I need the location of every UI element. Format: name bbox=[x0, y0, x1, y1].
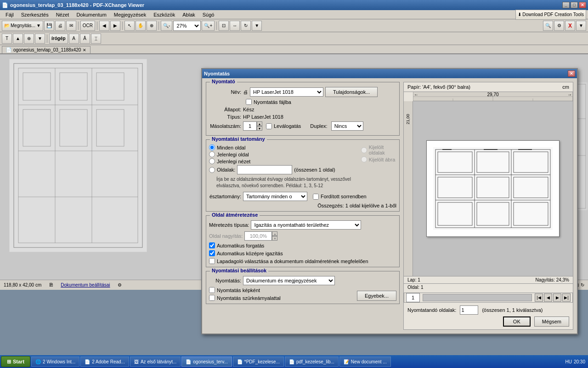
settings-label[interactable]: Dokumentum beállításai bbox=[61, 282, 110, 288]
toolbar-right-btn3[interactable]: X bbox=[565, 21, 575, 31]
rotate-cw-icon[interactable]: ↻ bbox=[581, 282, 584, 288]
next-page-btn[interactable]: ▶ bbox=[553, 293, 561, 302]
print-as-image-check[interactable] bbox=[209, 287, 215, 293]
page-info-bar: Lap: 1 Nagyítás: 24,3% bbox=[404, 276, 573, 283]
download-pdf-btn[interactable]: ⬇ Download PDF Creation Tools bbox=[515, 10, 586, 20]
hand-tool-btn[interactable]: ✋ bbox=[136, 21, 146, 31]
menu-document[interactable]: Dokumentum bbox=[73, 11, 110, 18]
print-btn[interactable]: 🖨 bbox=[55, 21, 65, 31]
zoom-info-value: 24,3% bbox=[556, 277, 569, 282]
properties-btn[interactable]: Tulajdonságok... bbox=[325, 87, 378, 97]
zoom-out-btn[interactable]: 🔍- bbox=[161, 21, 172, 31]
taskbar-item-5[interactable]: 📄 pdf_kezelese_lib... bbox=[285, 356, 339, 367]
zoom-in-btn[interactable]: 🔍+ bbox=[202, 21, 215, 31]
cancel-btn[interactable]: Mégsem bbox=[534, 316, 569, 327]
current-view-radio[interactable] bbox=[209, 158, 215, 164]
print-content-select[interactable]: Dokumentum és megjegyzések bbox=[243, 276, 335, 285]
pages-radio[interactable] bbox=[209, 167, 215, 173]
pages-input[interactable] bbox=[237, 165, 292, 174]
zoom-select[interactable]: 27% bbox=[173, 21, 201, 31]
pdf-tab[interactable]: 📄 ogonesius_tervlap_03_1188x420 ✕ bbox=[2, 46, 90, 53]
current-page-radio[interactable] bbox=[209, 151, 215, 157]
taskbar-item-3[interactable]: 📄 ogonesius_terv... bbox=[181, 356, 232, 367]
stamp-btn[interactable]: ⊕ bbox=[24, 34, 34, 44]
menu-help[interactable]: Súgó bbox=[199, 11, 218, 18]
copies-down-btn[interactable]: ▼ bbox=[257, 126, 262, 131]
print-to-file-check[interactable] bbox=[246, 99, 252, 105]
annot-more-btn[interactable]: ▼ bbox=[35, 34, 45, 44]
preview-scrollbar[interactable] bbox=[423, 294, 532, 301]
svg-rect-36 bbox=[438, 177, 472, 198]
menu-view[interactable]: Nézet bbox=[52, 11, 73, 18]
fit-width-btn[interactable]: ↔ bbox=[230, 21, 240, 31]
annotation-tool-btn[interactable]: T bbox=[2, 34, 12, 44]
more-tools-btn[interactable]: ▼ bbox=[252, 21, 262, 31]
start-button[interactable]: ⊞ Start bbox=[1, 356, 30, 367]
maximize-btn[interactable]: □ bbox=[571, 2, 578, 8]
taskbar-item-0[interactable]: 🌐 2 Windows Int... bbox=[31, 356, 79, 367]
taskbar-item-1[interactable]: 📄 2 Adobe Read... bbox=[80, 356, 129, 367]
settings-icon: ⚙ bbox=[118, 282, 122, 288]
close-btn[interactable]: ✕ bbox=[579, 2, 586, 8]
selected-img-radio[interactable] bbox=[361, 156, 367, 162]
page-shrink-check[interactable] bbox=[209, 258, 215, 264]
auto-rotate-check[interactable] bbox=[209, 242, 215, 248]
toolbar-right-btn1[interactable]: 🔍 bbox=[543, 21, 553, 31]
ocr-btn[interactable]: OCR bbox=[80, 21, 95, 31]
tab-close-btn[interactable]: ✕ bbox=[83, 48, 86, 52]
text2-btn[interactable]: Ā bbox=[80, 34, 90, 44]
callout-btn[interactable]: ⌶ bbox=[91, 34, 101, 44]
highlighter-btn[interactable]: ▲ bbox=[13, 34, 23, 44]
open-btn[interactable]: 📂 Megnyitás... ▼ bbox=[2, 21, 43, 31]
taskbar-item-6[interactable]: 📝 New document ... bbox=[339, 356, 391, 367]
svg-rect-0 bbox=[9, 59, 147, 252]
printer-name-select[interactable]: HP LaserJet 1018 bbox=[250, 87, 323, 97]
svg-rect-37 bbox=[477, 177, 509, 198]
copies-input[interactable] bbox=[243, 121, 257, 131]
selected-pages-radio[interactable] bbox=[361, 147, 367, 153]
menu-comments[interactable]: Megjegyzések bbox=[110, 11, 150, 18]
rotate-btn[interactable]: ↻ bbox=[241, 21, 251, 31]
marquee-zoom-btn[interactable]: ⊕ bbox=[147, 21, 157, 31]
menu-tools[interactable]: Eszközök bbox=[150, 11, 179, 18]
copies-spinner[interactable]: ▲ ▼ bbox=[243, 121, 262, 131]
svg-rect-41 bbox=[514, 202, 548, 225]
dialog-close-btn[interactable]: ✕ bbox=[568, 70, 575, 77]
reverse-check[interactable] bbox=[313, 194, 319, 200]
menu-window[interactable]: Ablak bbox=[179, 11, 199, 18]
grayscale-check[interactable] bbox=[209, 295, 215, 301]
collate-check[interactable] bbox=[266, 123, 272, 129]
email-btn[interactable]: ✉ bbox=[66, 21, 76, 31]
taskbar-item-4[interactable]: 📄 *PDF_kezelese... bbox=[233, 356, 284, 367]
other-settings-btn[interactable]: Egyebek... bbox=[357, 291, 396, 301]
toolbar-right-btn2[interactable]: ⚙ bbox=[554, 21, 564, 31]
irogram-btn[interactable]: írógép bbox=[49, 34, 68, 44]
callout-icon: ⌶ bbox=[95, 36, 97, 41]
taskbar-item-2[interactable]: 🖼 Az első látványt... bbox=[130, 356, 181, 367]
toolbar-main: 📂 Megnyitás... ▼ 💾 🖨 ✉ OCR ◀ ▶ ↖ ✋ ⊕ 🔍- … bbox=[0, 19, 588, 32]
text-icon: A bbox=[72, 36, 75, 41]
menu-edit[interactable]: Szerkesztés bbox=[17, 11, 52, 18]
ok-btn[interactable]: OK bbox=[503, 316, 531, 327]
scaling-type-select[interactable]: Igazítás a nyomtatható területhez bbox=[251, 220, 361, 230]
last-page-btn[interactable]: ▶| bbox=[562, 293, 571, 302]
save-btn[interactable]: 💾 bbox=[44, 21, 54, 31]
pages-to-print-input[interactable] bbox=[460, 305, 478, 315]
print-dialog[interactable]: Nyomtatás ✕ Nyomtató Név: 🖨 HP LaserJet … bbox=[201, 68, 578, 334]
next-btn[interactable]: ▶ bbox=[110, 21, 120, 31]
duplex-select[interactable]: Nincs bbox=[331, 121, 363, 131]
menu-file[interactable]: Fájl bbox=[2, 11, 17, 18]
prev-btn[interactable]: ◀ bbox=[99, 21, 109, 31]
preview-page-input[interactable] bbox=[406, 293, 420, 302]
toolbar-right-btn4[interactable]: ▼ bbox=[576, 21, 586, 31]
copies-up-btn[interactable]: ▲ bbox=[257, 121, 262, 126]
fit-page-btn[interactable]: ⊡ bbox=[219, 21, 229, 31]
all-pages-radio[interactable] bbox=[209, 144, 215, 150]
text-btn[interactable]: A bbox=[69, 34, 79, 44]
prev-first-btn[interactable]: |◀ bbox=[535, 293, 543, 302]
subset-select[interactable]: Tartomány minden o bbox=[243, 192, 307, 201]
prev-page-btn[interactable]: ◀ bbox=[544, 293, 552, 302]
auto-center-check[interactable] bbox=[209, 250, 215, 256]
minimize-btn[interactable]: _ bbox=[562, 2, 570, 8]
select-tool-btn[interactable]: ↖ bbox=[124, 21, 135, 31]
